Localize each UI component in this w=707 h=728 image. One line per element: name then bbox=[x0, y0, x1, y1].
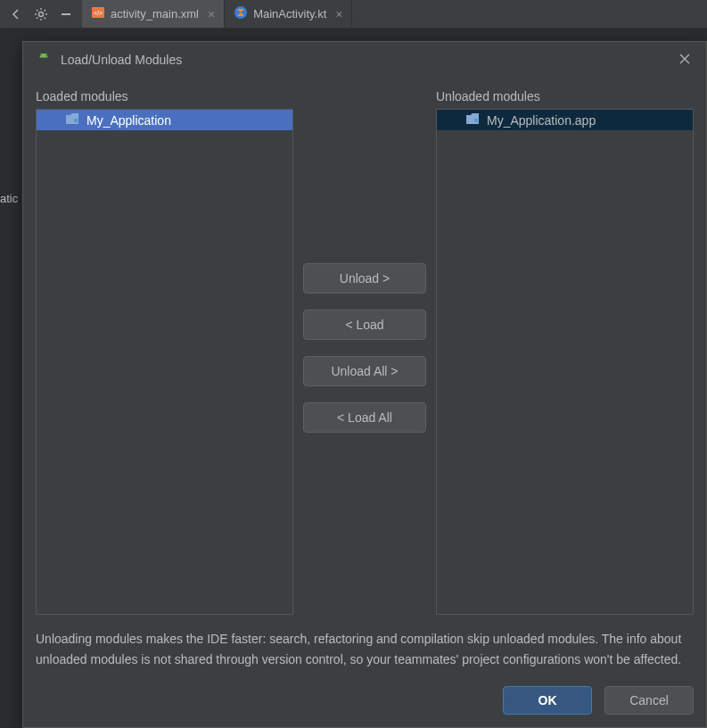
android-icon bbox=[36, 51, 52, 70]
back-icon[interactable] bbox=[4, 4, 29, 25]
top-toolbar: </> activity_main.xml × MainActivity.kt … bbox=[0, 0, 707, 29]
folder-icon bbox=[65, 112, 79, 128]
transfer-buttons: Unload > < Load Unload All > < Load All bbox=[293, 85, 436, 615]
svg-rect-1 bbox=[62, 13, 70, 15]
dialog-header: Load/Unload Modules bbox=[23, 42, 706, 78]
svg-line-8 bbox=[45, 53, 46, 54]
gear-icon[interactable] bbox=[29, 4, 53, 25]
folder-icon bbox=[465, 112, 480, 128]
module-name: My_Application bbox=[86, 113, 171, 128]
tab-label: activity_main.xml bbox=[111, 7, 199, 21]
unload-button[interactable]: Unload > bbox=[303, 263, 426, 294]
minimize-icon[interactable] bbox=[53, 4, 78, 25]
close-icon[interactable]: × bbox=[335, 7, 342, 21]
unloaded-modules-column: Unloaded modules My_Application.app bbox=[436, 85, 694, 615]
close-icon[interactable]: × bbox=[208, 7, 215, 21]
svg-point-6 bbox=[45, 55, 46, 56]
close-icon[interactable] bbox=[676, 51, 694, 69]
svg-rect-10 bbox=[474, 119, 478, 122]
kotlin-file-icon bbox=[234, 5, 248, 22]
loaded-modules-label: Loaded modules bbox=[36, 89, 293, 103]
cancel-button[interactable]: Cancel bbox=[604, 686, 694, 715]
svg-point-5 bbox=[41, 55, 42, 56]
svg-rect-9 bbox=[74, 119, 78, 122]
xml-file-icon: </> bbox=[91, 5, 105, 22]
tab-main-activity[interactable]: MainActivity.kt × bbox=[225, 0, 352, 28]
unloaded-modules-list[interactable]: My_Application.app bbox=[436, 109, 694, 615]
info-text: Unloading modules makes the IDE faster: … bbox=[36, 615, 694, 670]
dialog-title: Load/Unload Modules bbox=[61, 53, 667, 67]
module-name: My_Application.app bbox=[487, 113, 596, 128]
loaded-modules-column: Loaded modules My_Application bbox=[36, 85, 293, 615]
load-button[interactable]: < Load bbox=[303, 310, 426, 340]
load-all-button[interactable]: < Load All bbox=[303, 402, 426, 433]
side-panel-fragment: atic bbox=[0, 192, 18, 205]
list-item[interactable]: My_Application bbox=[37, 110, 292, 130]
editor-tabs: </> activity_main.xml × MainActivity.kt … bbox=[82, 0, 352, 28]
ok-button[interactable]: OK bbox=[503, 686, 592, 715]
unload-all-button[interactable]: Unload All > bbox=[303, 356, 426, 386]
svg-point-0 bbox=[39, 12, 44, 16]
tab-activity-main[interactable]: </> activity_main.xml × bbox=[82, 0, 225, 28]
dialog-footer: OK Cancel bbox=[23, 670, 706, 727]
loaded-modules-list[interactable]: My_Application bbox=[36, 109, 293, 615]
list-item[interactable]: My_Application.app bbox=[437, 110, 693, 130]
unloaded-modules-label: Unloaded modules bbox=[436, 89, 694, 103]
load-unload-modules-dialog: Load/Unload Modules Loaded modules bbox=[22, 41, 707, 728]
svg-line-7 bbox=[41, 53, 42, 54]
svg-text:</>: </> bbox=[94, 10, 103, 16]
tab-label: MainActivity.kt bbox=[253, 7, 326, 21]
